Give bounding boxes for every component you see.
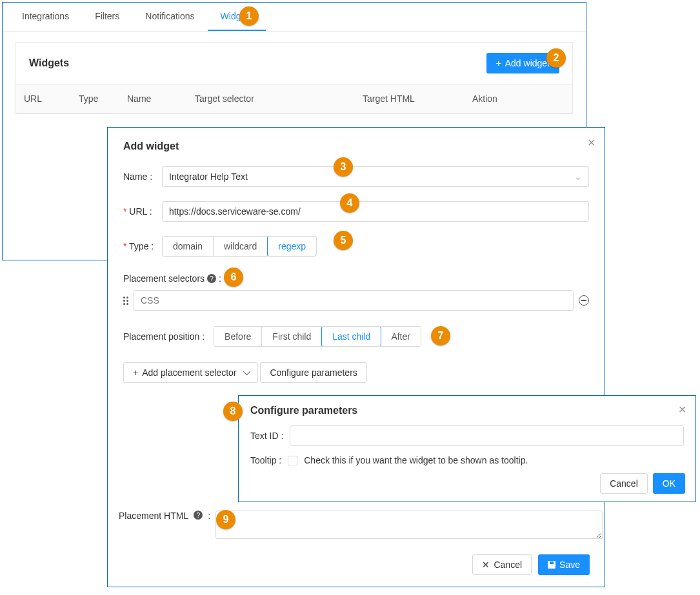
- col-target-html: Target HTML: [355, 84, 465, 113]
- widgets-section-title: Widgets: [29, 57, 69, 69]
- col-action: Aktion: [465, 84, 572, 113]
- name-label: Name :: [123, 171, 155, 182]
- plus-icon: +: [496, 58, 501, 68]
- callout-7: 7: [431, 326, 450, 346]
- callout-5: 5: [334, 231, 353, 250]
- add-widget-label: Add widget: [505, 58, 550, 68]
- tooltip-row: Tooltip : Check this if you want the wid…: [250, 455, 684, 465]
- col-type: Type: [71, 84, 119, 113]
- text-id-input[interactable]: [290, 425, 684, 446]
- tooltip-checkbox[interactable]: [288, 456, 297, 465]
- callout-2: 2: [546, 48, 566, 68]
- type-label: Type :: [123, 241, 155, 251]
- drag-handle-icon[interactable]: [123, 297, 128, 305]
- ok-button[interactable]: OK: [653, 473, 685, 494]
- colon: :: [219, 273, 221, 284]
- type-domain[interactable]: domain: [163, 237, 214, 256]
- close-icon[interactable]: ✕: [587, 137, 595, 149]
- widgets-table-header: URL Type Name Target selector Target HTM…: [16, 84, 572, 113]
- chevron-down-icon: [243, 368, 250, 375]
- add-widget-modal-footer: ✕ Cancel Save: [107, 554, 605, 575]
- cancel-button[interactable]: Cancel: [600, 473, 648, 494]
- callout-1: 1: [239, 6, 259, 26]
- configure-parameters-footer: Cancel OK: [600, 473, 685, 494]
- placement-selectors-label-row: Placement selectors ? :: [123, 273, 589, 284]
- help-icon[interactable]: ?: [194, 511, 203, 520]
- help-icon[interactable]: ?: [207, 274, 216, 283]
- type-segmented: domain wildcard regexp: [162, 236, 317, 257]
- close-icon[interactable]: ✕: [678, 404, 686, 416]
- url-label: URL :: [123, 206, 155, 217]
- position-first-child[interactable]: First child: [262, 327, 322, 346]
- add-placement-selector-button[interactable]: + Add placement selector: [123, 362, 258, 383]
- callout-9: 9: [216, 510, 235, 529]
- tooltip-label: Tooltip :: [250, 455, 281, 465]
- widgets-section-header: Widgets + Add widget: [16, 43, 572, 84]
- tooltip-description: Check this if you want the widget to be …: [304, 455, 528, 465]
- col-target-selector: Target selector: [187, 84, 355, 113]
- add-placement-label: Add placement selector: [142, 367, 236, 378]
- css-selector-row: [123, 290, 589, 311]
- type-row: Type : domain wildcard regexp: [123, 236, 589, 257]
- col-url: URL: [16, 84, 71, 113]
- plus-icon: +: [133, 367, 138, 378]
- name-value: Integrator Help Text: [169, 171, 248, 182]
- cancel-label: Cancel: [494, 560, 522, 570]
- save-button[interactable]: Save: [538, 554, 590, 575]
- type-regexp[interactable]: regexp: [267, 236, 317, 257]
- placement-html-textarea[interactable]: [215, 511, 603, 539]
- css-input[interactable]: [134, 290, 574, 311]
- remove-icon[interactable]: [579, 295, 589, 306]
- placement-position-row: Placement position : Before First child …: [123, 326, 589, 347]
- callout-8: 8: [223, 402, 243, 421]
- save-icon: [548, 561, 555, 569]
- modal-title: Add widget: [123, 141, 589, 152]
- type-wildcard[interactable]: wildcard: [214, 237, 268, 256]
- position-last-child[interactable]: Last child: [321, 326, 381, 347]
- callout-6: 6: [224, 268, 243, 287]
- position-before[interactable]: Before: [214, 327, 262, 346]
- position-segmented: Before First child Last child After: [214, 326, 421, 347]
- top-tabs: Integrations Filters Notifications Widge…: [3, 3, 586, 32]
- col-name: Name: [119, 84, 187, 113]
- tab-notifications[interactable]: Notifications: [132, 3, 207, 31]
- colon: :: [208, 511, 210, 521]
- placement-selectors-label: Placement selectors: [123, 273, 205, 284]
- name-select[interactable]: Integrator Help Text ⌄: [162, 166, 589, 187]
- position-after[interactable]: After: [381, 327, 421, 346]
- text-id-row: Text ID :: [250, 425, 684, 446]
- text-id-label: Text ID :: [250, 431, 283, 441]
- callout-4: 4: [340, 193, 359, 213]
- placement-position-label: Placement position :: [123, 331, 205, 342]
- placement-html-row: Placement HTML ? :: [119, 511, 603, 539]
- save-label: Save: [559, 560, 580, 570]
- configure-parameters-button[interactable]: Configure parameters: [260, 362, 366, 383]
- chevron-down-icon: ⌄: [574, 171, 582, 182]
- callout-3: 3: [334, 157, 353, 177]
- placement-html-label: Placement HTML: [119, 511, 188, 521]
- close-icon: ✕: [482, 560, 490, 570]
- name-row: Name : Integrator Help Text ⌄: [123, 166, 589, 187]
- tab-filters[interactable]: Filters: [82, 3, 132, 31]
- configure-parameters-title: Configure parameters: [250, 405, 684, 416]
- tab-integrations[interactable]: Integrations: [9, 3, 82, 31]
- configure-parameters-modal: Configure parameters ✕ Text ID : Tooltip…: [238, 395, 696, 502]
- widgets-section: Widgets + Add widget URL Type Name Targe…: [15, 42, 573, 114]
- cancel-button[interactable]: ✕ Cancel: [472, 554, 532, 575]
- url-input[interactable]: [162, 201, 589, 222]
